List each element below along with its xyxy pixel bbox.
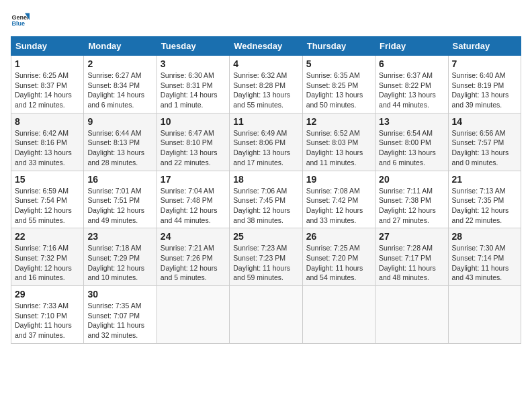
day-info: Sunrise: 6:54 AMSunset: 8:00 PMDaylight:…: [379, 128, 444, 168]
day-cell: [302, 286, 375, 344]
day-cell: 18Sunrise: 7:06 AMSunset: 7:45 PMDayligh…: [230, 171, 302, 228]
day-cell: 30Sunrise: 7:35 AMSunset: 7:07 PMDayligh…: [84, 286, 157, 344]
week-row-4: 22Sunrise: 7:16 AMSunset: 7:32 PMDayligh…: [11, 228, 521, 286]
day-number: 3: [161, 58, 226, 69]
day-number: 25: [233, 231, 298, 242]
day-cell: 10Sunrise: 6:47 AMSunset: 8:10 PMDayligh…: [157, 113, 229, 171]
week-row-1: 1Sunrise: 6:25 AMSunset: 8:37 PMDaylight…: [11, 56, 521, 113]
day-info: Sunrise: 6:47 AMSunset: 8:10 PMDaylight:…: [161, 128, 226, 168]
day-number: 17: [161, 174, 226, 185]
day-number: 21: [452, 174, 517, 185]
day-cell: [230, 286, 302, 344]
day-cell: 2Sunrise: 6:27 AMSunset: 8:34 PMDaylight…: [84, 56, 157, 113]
dow-friday: Friday: [375, 37, 448, 56]
day-number: 27: [379, 231, 444, 242]
day-number: 12: [306, 116, 371, 127]
dow-monday: Monday: [84, 37, 157, 56]
day-info: Sunrise: 6:44 AMSunset: 8:13 PMDaylight:…: [87, 128, 152, 168]
day-number: 6: [379, 58, 444, 69]
day-cell: 9Sunrise: 6:44 AMSunset: 8:13 PMDaylight…: [84, 113, 157, 171]
day-info: Sunrise: 7:35 AMSunset: 7:07 PMDaylight:…: [87, 301, 152, 340]
dow-sunday: Sunday: [11, 37, 84, 56]
day-number: 10: [161, 116, 226, 127]
day-cell: [448, 286, 521, 344]
day-info: Sunrise: 6:40 AMSunset: 8:19 PMDaylight:…: [452, 71, 517, 110]
day-cell: 12Sunrise: 6:52 AMSunset: 8:03 PMDayligh…: [302, 113, 375, 171]
day-number: 8: [15, 116, 80, 127]
svg-text:Blue: Blue: [11, 20, 25, 27]
week-row-5: 29Sunrise: 7:33 AMSunset: 7:10 PMDayligh…: [11, 286, 521, 344]
day-number: 1: [15, 58, 80, 69]
dow-saturday: Saturday: [448, 37, 521, 56]
day-cell: 24Sunrise: 7:21 AMSunset: 7:26 PMDayligh…: [157, 228, 229, 286]
day-cell: 4Sunrise: 6:32 AMSunset: 8:28 PMDaylight…: [230, 56, 302, 113]
day-number: 9: [87, 116, 152, 127]
day-number: 26: [306, 231, 371, 242]
day-info: Sunrise: 7:04 AMSunset: 7:48 PMDaylight:…: [161, 186, 226, 226]
day-cell: 25Sunrise: 7:23 AMSunset: 7:23 PMDayligh…: [230, 228, 302, 286]
day-info: Sunrise: 6:27 AMSunset: 8:34 PMDaylight:…: [87, 71, 152, 110]
day-cell: 16Sunrise: 7:01 AMSunset: 7:51 PMDayligh…: [84, 171, 157, 228]
dow-wednesday: Wednesday: [230, 37, 302, 56]
day-number: 22: [15, 231, 80, 242]
day-cell: 6Sunrise: 6:37 AMSunset: 8:22 PMDaylight…: [375, 56, 448, 113]
day-number: 20: [379, 174, 444, 185]
day-info: Sunrise: 7:30 AMSunset: 7:14 PMDaylight:…: [452, 243, 517, 283]
days-of-week-header: SundayMondayTuesdayWednesdayThursdayFrid…: [11, 37, 521, 56]
day-info: Sunrise: 6:49 AMSunset: 8:06 PMDaylight:…: [233, 128, 298, 168]
day-cell: 8Sunrise: 6:42 AMSunset: 8:16 PMDaylight…: [11, 113, 84, 171]
calendar-body: 1Sunrise: 6:25 AMSunset: 8:37 PMDaylight…: [11, 56, 521, 344]
header: General Blue: [11, 11, 521, 30]
day-info: Sunrise: 6:30 AMSunset: 8:31 PMDaylight:…: [161, 71, 226, 110]
week-row-2: 8Sunrise: 6:42 AMSunset: 8:16 PMDaylight…: [11, 113, 521, 171]
day-number: 30: [87, 289, 152, 300]
day-number: 13: [379, 116, 444, 127]
day-number: 11: [233, 116, 298, 127]
day-cell: 17Sunrise: 7:04 AMSunset: 7:48 PMDayligh…: [157, 171, 229, 228]
day-cell: [157, 286, 229, 344]
week-row-3: 15Sunrise: 6:59 AMSunset: 7:54 PMDayligh…: [11, 171, 521, 228]
day-info: Sunrise: 6:32 AMSunset: 8:28 PMDaylight:…: [233, 71, 298, 110]
day-cell: 21Sunrise: 7:13 AMSunset: 7:35 PMDayligh…: [448, 171, 521, 228]
day-info: Sunrise: 6:52 AMSunset: 8:03 PMDaylight:…: [306, 128, 371, 168]
day-info: Sunrise: 7:13 AMSunset: 7:35 PMDaylight:…: [452, 186, 517, 226]
day-cell: 22Sunrise: 7:16 AMSunset: 7:32 PMDayligh…: [11, 228, 84, 286]
day-info: Sunrise: 7:16 AMSunset: 7:32 PMDaylight:…: [15, 243, 80, 283]
day-number: 2: [87, 58, 152, 69]
logo-icon: General Blue: [11, 11, 30, 30]
day-info: Sunrise: 6:37 AMSunset: 8:22 PMDaylight:…: [379, 71, 444, 110]
day-cell: 29Sunrise: 7:33 AMSunset: 7:10 PMDayligh…: [11, 286, 84, 344]
day-info: Sunrise: 7:25 AMSunset: 7:20 PMDaylight:…: [306, 243, 371, 283]
day-cell: 7Sunrise: 6:40 AMSunset: 8:19 PMDaylight…: [448, 56, 521, 113]
day-info: Sunrise: 7:01 AMSunset: 7:51 PMDaylight:…: [87, 186, 152, 226]
day-cell: 27Sunrise: 7:28 AMSunset: 7:17 PMDayligh…: [375, 228, 448, 286]
day-number: 23: [87, 231, 152, 242]
day-info: Sunrise: 7:06 AMSunset: 7:45 PMDaylight:…: [233, 186, 298, 226]
day-info: Sunrise: 7:08 AMSunset: 7:42 PMDaylight:…: [306, 186, 371, 226]
day-number: 4: [233, 58, 298, 69]
day-info: Sunrise: 7:28 AMSunset: 7:17 PMDaylight:…: [379, 243, 444, 283]
day-cell: 26Sunrise: 7:25 AMSunset: 7:20 PMDayligh…: [302, 228, 375, 286]
logo: General Blue: [11, 11, 30, 30]
day-number: 14: [452, 116, 517, 127]
day-number: 24: [161, 231, 226, 242]
day-number: 19: [306, 174, 371, 185]
day-number: 28: [452, 231, 517, 242]
day-cell: [375, 286, 448, 344]
dow-tuesday: Tuesday: [157, 37, 229, 56]
day-cell: 19Sunrise: 7:08 AMSunset: 7:42 PMDayligh…: [302, 171, 375, 228]
day-number: 18: [233, 174, 298, 185]
day-info: Sunrise: 7:23 AMSunset: 7:23 PMDaylight:…: [233, 243, 298, 283]
day-info: Sunrise: 6:25 AMSunset: 8:37 PMDaylight:…: [15, 71, 80, 110]
day-info: Sunrise: 7:33 AMSunset: 7:10 PMDaylight:…: [15, 301, 80, 340]
day-info: Sunrise: 6:35 AMSunset: 8:25 PMDaylight:…: [306, 71, 371, 110]
day-cell: 15Sunrise: 6:59 AMSunset: 7:54 PMDayligh…: [11, 171, 84, 228]
day-number: 7: [452, 58, 517, 69]
day-info: Sunrise: 7:18 AMSunset: 7:29 PMDaylight:…: [87, 243, 152, 283]
day-number: 16: [87, 174, 152, 185]
day-info: Sunrise: 6:42 AMSunset: 8:16 PMDaylight:…: [15, 128, 80, 168]
calendar: SundayMondayTuesdayWednesdayThursdayFrid…: [11, 36, 521, 344]
day-cell: 13Sunrise: 6:54 AMSunset: 8:00 PMDayligh…: [375, 113, 448, 171]
day-cell: 5Sunrise: 6:35 AMSunset: 8:25 PMDaylight…: [302, 56, 375, 113]
day-number: 29: [15, 289, 80, 300]
